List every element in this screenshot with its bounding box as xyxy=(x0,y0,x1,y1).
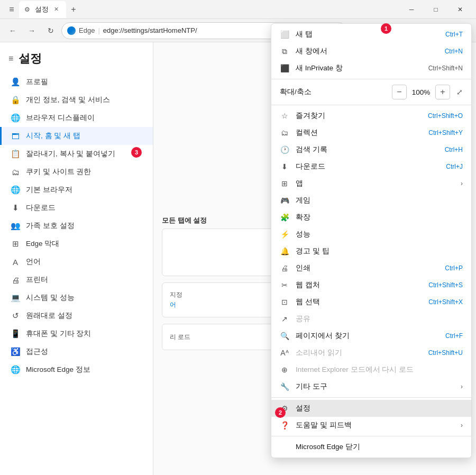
menu-item-games[interactable]: 🎮 게임 xyxy=(271,192,471,209)
menu-item-apps[interactable]: ⊞ 앱 › xyxy=(271,175,471,192)
hamburger-icon[interactable]: ≡ xyxy=(8,54,13,63)
zoom-minus-btn[interactable]: − xyxy=(392,85,407,99)
sidebar-item-language[interactable]: A언어 xyxy=(0,253,153,271)
sidebar-toggle-btn[interactable]: ≡ xyxy=(4,1,19,18)
menu-label-ie-mode: Internet Explorer 모드에서 다시 로드 xyxy=(296,365,463,374)
customize-link[interactable]: 어 xyxy=(170,301,176,308)
sidebar-icon-family: 👥 xyxy=(10,221,21,231)
menu-item-downloads[interactable]: ⬇ 다운로드 Ctrl+J xyxy=(271,158,471,175)
menu-item-new-tab[interactable]: ⬜ 새 탭 Ctrl+T xyxy=(271,26,471,43)
sidebar-item-clipboard[interactable]: 📋잘라내기, 복사 및 붙여넣기 xyxy=(0,145,153,163)
sidebar-item-reset[interactable]: ↺원래대로 설정 xyxy=(0,307,153,325)
zoom-expand-btn[interactable]: ⤢ xyxy=(456,88,463,96)
zoom-value: 100% xyxy=(411,88,431,96)
sidebar-item-mobile[interactable]: 📱휴대폰 및 기타 장치 xyxy=(0,325,153,343)
maximize-btn[interactable]: □ xyxy=(424,0,447,19)
sidebar-icon-edgebar: ⊞ xyxy=(10,239,21,249)
menu-item-favorites[interactable]: ☆ 즐겨찾기 Ctrl+Shift+O xyxy=(271,107,471,124)
refresh-btn[interactable]: ↻ xyxy=(42,22,59,39)
new-tab-btn[interactable]: + xyxy=(66,2,81,17)
sidebar-item-privacy[interactable]: 🔒개인 정보, 검색 및 서비스 xyxy=(0,91,153,109)
menu-icon-downloads: ⬇ xyxy=(280,162,289,171)
sidebar-label-about: Microsoft Edge 정보 xyxy=(26,365,90,374)
menu-arrow-apps: › xyxy=(461,180,463,187)
load-text: 리 로드 xyxy=(170,333,190,342)
sidebar-icon-accessibility: ♿ xyxy=(10,347,21,357)
menu-shortcut-favorites: Ctrl+Shift+O xyxy=(428,112,463,120)
menu-icon-ie-mode: ⊕ xyxy=(280,366,289,374)
menu-item-webcapture[interactable]: ✂ 웹 캡처 Ctrl+Shift+S xyxy=(271,277,471,294)
sidebar-item-display[interactable]: 🌐브라우저 디스플레이 xyxy=(0,109,153,127)
menu-item-alerts[interactable]: 🔔 경고 및 팁 xyxy=(271,243,471,260)
menu-item-help[interactable]: ❓ 도움말 및 피드백 › xyxy=(271,417,471,434)
menu-item-print[interactable]: 🖨 인쇄 Ctrl+P xyxy=(271,260,471,277)
menu-divider-divider3 xyxy=(271,397,471,398)
dropdown-menu: ⬜ 새 탭 Ctrl+T ⧉ 새 창에서 Ctrl+N ⬛ 새 InPrivat… xyxy=(271,23,472,458)
menu-shortcut-new-tab: Ctrl+T xyxy=(445,31,463,38)
menu-arrow-help: › xyxy=(461,422,463,429)
sidebar-item-edgebar[interactable]: ⊞Edge 막대 xyxy=(0,235,153,253)
sidebar-label-display: 브라우저 디스플레이 xyxy=(26,113,95,123)
sidebar-label-browser: 기본 브라우저 xyxy=(26,185,72,195)
menu-shortcut-collections: Ctrl+Shift+Y xyxy=(428,129,463,136)
sidebar: ≡ 설정 👤프로필🔒개인 정보, 검색 및 서비스🌐브라우저 디스플레이🗔시작,… xyxy=(0,42,153,475)
edge-label: Edge xyxy=(79,26,95,34)
annotation-badge-1: 1 xyxy=(381,23,391,34)
sidebar-item-newtab[interactable]: 🗔시작, 홈 및 새 탭 xyxy=(0,127,153,145)
sidebar-icon-language: A xyxy=(10,258,21,267)
sidebar-item-browser[interactable]: 🌐기본 브라우저 xyxy=(0,181,153,199)
sidebar-item-family[interactable]: 👥가족 보호 설정 xyxy=(0,217,153,235)
tab-close-btn[interactable]: ✕ xyxy=(52,5,61,14)
sidebar-icon-system: 💻 xyxy=(10,293,21,303)
menu-icon-history: 🕐 xyxy=(280,145,289,154)
menu-label-quit: Microsoft Edge 닫기 xyxy=(296,442,463,452)
menu-item-ie-mode: ⊕ Internet Explorer 모드에서 다시 로드 xyxy=(271,361,471,378)
menu-shortcut-new-private: Ctrl+Shift+N xyxy=(428,65,463,72)
menu-label-new-tab: 새 탭 xyxy=(296,30,439,39)
menu-icon-webselect: ⊡ xyxy=(280,298,289,306)
sidebar-icon-cookies: 🗂 xyxy=(10,168,21,177)
sidebar-label-privacy: 개인 정보, 검색 및 서비스 xyxy=(26,95,110,105)
menu-label-print: 인쇄 xyxy=(296,263,438,273)
zoom-plus-btn[interactable]: + xyxy=(435,85,450,99)
menu-label-webcapture: 웹 캡처 xyxy=(296,280,422,290)
back-btn[interactable]: ← xyxy=(4,22,21,39)
menu-item-performance[interactable]: ⚡ 성능 xyxy=(271,226,471,243)
menu-icon-performance: ⚡ xyxy=(280,230,289,239)
sidebar-label-profile: 프로필 xyxy=(26,77,48,87)
sidebar-item-about[interactable]: 🌐Microsoft Edge 정보 xyxy=(0,361,153,379)
menu-icon-help: ❓ xyxy=(280,421,289,430)
active-tab[interactable]: ⚙ 설정 ✕ xyxy=(19,1,66,18)
sidebar-item-accessibility[interactable]: ♿접근성 xyxy=(0,343,153,361)
menu-icon-webcapture: ✂ xyxy=(280,281,289,289)
menu-item-quit[interactable]: Microsoft Edge 닫기 xyxy=(271,439,471,455)
minimize-btn[interactable]: ─ xyxy=(400,0,423,19)
menu-icon-read-aloud: Aᴬ xyxy=(280,349,289,357)
sidebar-label-language: 언어 xyxy=(26,257,41,267)
menu-item-extensions[interactable]: 🧩 확장 xyxy=(271,209,471,226)
menu-item-new-private[interactable]: ⬛ 새 InPrivate 창 Ctrl+Shift+N xyxy=(271,60,471,77)
menu-arrow-more-tools: › xyxy=(461,383,463,390)
close-btn[interactable]: ✕ xyxy=(448,0,472,19)
menu-shortcut-history: Ctrl+H xyxy=(445,146,463,153)
sidebar-item-cookies[interactable]: 🗂쿠키 및 사이트 권한 xyxy=(0,163,153,181)
menu-item-history[interactable]: 🕐 검색 기록 Ctrl+H xyxy=(271,141,471,158)
menu-item-new-window[interactable]: ⧉ 새 창에서 Ctrl+N xyxy=(271,43,471,60)
menu-shortcut-print: Ctrl+P xyxy=(445,264,463,272)
zoom-label: 확대/축소 xyxy=(280,87,388,97)
sidebar-item-system[interactable]: 💻시스템 및 성능 xyxy=(0,289,153,307)
sidebar-icon-downloads: ⬇ xyxy=(10,203,21,213)
menu-item-find[interactable]: 🔍 페이지에서 찾기 Ctrl+F xyxy=(271,327,471,344)
sidebar-item-downloads[interactable]: ⬇다운로드 xyxy=(0,199,153,217)
sidebar-item-profile[interactable]: 👤프로필 xyxy=(0,73,153,91)
menu-item-webselect[interactable]: ⊡ 웹 선택 Ctrl+Shift+X xyxy=(271,294,471,310)
sidebar-icon-privacy: 🔒 xyxy=(10,95,21,105)
menu-item-collections[interactable]: 🗂 컬렉션 Ctrl+Shift+Y xyxy=(271,124,471,141)
menu-item-more-tools[interactable]: 🔧 기타 도구 › xyxy=(271,378,471,395)
sidebar-label-cookies: 쿠키 및 사이트 권한 xyxy=(26,167,91,177)
sidebar-icon-about: 🌐 xyxy=(10,365,21,374)
menu-item-settings[interactable]: ⚙ 설정 xyxy=(271,400,471,417)
menu-shortcut-webselect: Ctrl+Shift+X xyxy=(428,298,463,306)
sidebar-item-printer[interactable]: 🖨프린터 xyxy=(0,271,153,289)
forward-btn[interactable]: → xyxy=(23,22,40,39)
